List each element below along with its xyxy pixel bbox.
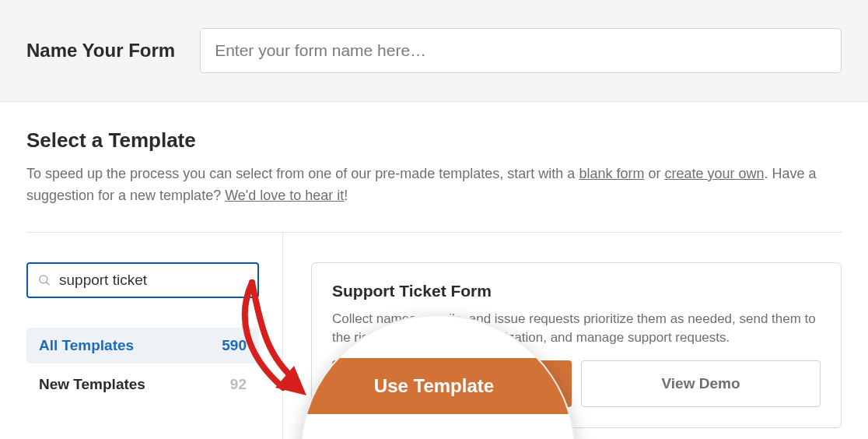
link-suggestion[interactable]: We'd love to hear it: [225, 188, 344, 203]
search-icon: [37, 273, 51, 287]
svg-line-1: [46, 282, 49, 285]
content-area: Select a Template To speed up the proces…: [0, 102, 868, 439]
use-template-button[interactable]: Use Template: [332, 360, 572, 407]
select-template-description: To speed up the process you can select f…: [26, 163, 842, 207]
template-card: Support Ticket Form Collect names, email…: [311, 262, 842, 429]
template-title: Support Ticket Form: [332, 282, 821, 300]
link-create-your-own[interactable]: create your own: [664, 166, 764, 181]
desc-text-4: !: [344, 188, 348, 203]
template-actions: Use Template View Demo: [332, 360, 821, 407]
select-template-heading: Select a Template: [26, 128, 842, 153]
category-count: 590: [222, 337, 247, 354]
view-demo-button[interactable]: View Demo: [581, 360, 821, 407]
template-browser: All Templates 590 New Templates 92 Suppo…: [26, 232, 842, 439]
search-input[interactable]: [59, 272, 248, 289]
page-title: Name Your Form: [26, 40, 175, 61]
category-all-templates[interactable]: All Templates 590: [26, 328, 259, 363]
header-bar: Name Your Form: [0, 0, 868, 102]
template-description: Collect names, emails, and issue request…: [332, 310, 821, 347]
form-name-input[interactable]: [200, 28, 842, 73]
link-blank-form[interactable]: blank form: [579, 166, 644, 181]
category-count: 92: [230, 376, 247, 393]
category-new-templates[interactable]: New Templates 92: [26, 367, 259, 402]
search-templates[interactable]: [26, 262, 259, 298]
desc-text-2: or: [644, 166, 664, 181]
template-results: Support Ticket Form Collect names, email…: [283, 233, 842, 439]
desc-text-1: To speed up the process you can select f…: [26, 166, 579, 181]
category-label: All Templates: [39, 337, 134, 354]
template-sidebar: All Templates 590 New Templates 92: [26, 233, 283, 439]
category-label: New Templates: [39, 376, 145, 393]
category-list: All Templates 590 New Templates 92: [26, 328, 259, 402]
